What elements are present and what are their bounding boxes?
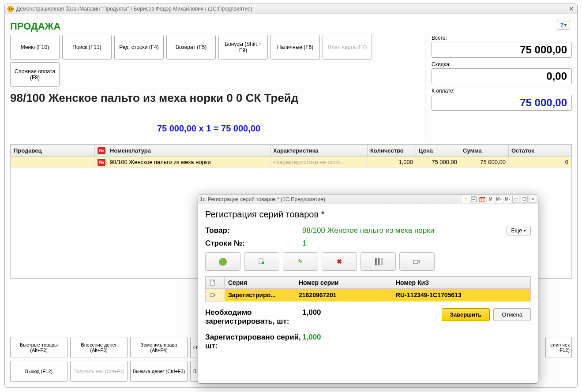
col-qty[interactable]: Количество [368, 145, 416, 157]
topay-label: К оплате: [432, 88, 572, 94]
series-table: Серия Номер серии Номер КиЗ Зарегистриро… [205, 276, 531, 302]
series-row-icon [206, 289, 225, 302]
barcode-button[interactable]: ║║║ [360, 252, 396, 271]
minimize-icon[interactable]: ▭ [512, 196, 519, 203]
cell-price: 75 000,00 [416, 157, 460, 168]
svg-rect-4 [474, 199, 475, 200]
get-weight-button[interactable]: Получить вес (Ctrl+F2) [70, 361, 128, 382]
maximize-icon[interactable]: ❐ [521, 196, 528, 203]
lines-value: 1 [302, 239, 306, 248]
calc-line: 75 000,00 x 1 = 75 000,00 [10, 123, 407, 134]
svg-rect-6 [480, 197, 485, 198]
series-col-serial[interactable]: Номер серии [295, 277, 392, 289]
cancel-button[interactable]: Отмена [493, 308, 531, 321]
bonus-button[interactable]: Бонусы (Shift + F9) [218, 35, 268, 60]
complex-pay-button[interactable]: Сложная оплата (F8) [10, 62, 60, 87]
svg-rect-11 [413, 260, 418, 264]
return-button[interactable]: Возврат (F5) [166, 35, 216, 60]
delete-icon: ✖ [337, 258, 342, 265]
page-title: ПРОДАЖА ?▾ [10, 21, 572, 32]
calendar-icon[interactable]: 31 [479, 196, 486, 203]
memory-m-button[interactable]: M [487, 196, 494, 203]
card-button[interactable]: Плат. карта (F7) [323, 35, 372, 60]
col-sum[interactable]: Сумма [460, 145, 509, 157]
favorite-icon[interactable]: ☆ [462, 196, 469, 203]
more-button[interactable]: Еще ▾ [507, 226, 531, 235]
svg-text:31: 31 [481, 199, 484, 202]
close-icon[interactable]: ✕ [568, 6, 574, 12]
cell-sum: 75 000,00 [460, 157, 509, 168]
quick-goods-button[interactable]: Быстрые товары (Alt+F2) [10, 337, 68, 358]
copy-button[interactable]: + [244, 252, 279, 271]
page-title-text: ПРОДАЖА [10, 21, 60, 32]
memory-mminus-button[interactable]: M- [504, 196, 511, 203]
edit-line-button[interactable]: Ред. строки (F4) [114, 35, 164, 60]
product-label: Товар: [205, 226, 302, 235]
cell-num: № [95, 157, 107, 168]
complete-button[interactable]: Завершить [442, 308, 490, 321]
dialog-heading: Регистрация серий товаров * [205, 209, 531, 220]
add-button[interactable]: 🟢 [205, 252, 240, 271]
bottom-toolbar: Быстрые товары (Alt+F2) Внесение денег (… [10, 337, 217, 382]
dialog-titlebar: 1c Регистрация серий товаров * (1С:Предп… [198, 194, 538, 204]
deposit-button[interactable]: Внесение денег (Alt+F3) [70, 337, 128, 358]
series-col-series[interactable]: Серия [225, 277, 295, 289]
cell-char: <характеристики не испо... [270, 157, 368, 168]
delete-button[interactable]: ✖ [322, 252, 357, 271]
calculator-icon[interactable] [470, 196, 477, 203]
menu-button[interactable]: Меню (F10) [10, 35, 60, 60]
rfid-button[interactable] [399, 252, 435, 271]
series-col-kiz[interactable]: Номер КиЗ [392, 277, 530, 289]
registered-label: Зарегистрировано серий, шт: [205, 333, 302, 351]
col-num[interactable]: № [95, 145, 107, 157]
cell-seller [11, 157, 95, 168]
total-label: Всего: [432, 35, 572, 41]
series-col-icon[interactable] [206, 277, 225, 289]
cell-name: 98/100 Женское пальто из меха норки [107, 157, 270, 168]
discount-value: 0,00 [432, 68, 572, 84]
dialog-close-icon[interactable]: ✕ [529, 196, 536, 203]
cash-button[interactable]: Наличные (F6) [270, 35, 320, 60]
series-cell-serial: 21620967201 [295, 289, 392, 302]
cell-stock: 0 [509, 157, 571, 168]
slip-check-button[interactable]: слип чек -F12) [545, 337, 572, 358]
grid-header-row: Продавец № Номенклатура Характеристика К… [11, 145, 571, 157]
document-icon [210, 280, 216, 286]
dialog-title-text: Регистрация серий товаров * (1С:Предприя… [208, 196, 462, 202]
col-price[interactable]: Цена [416, 145, 460, 157]
col-stock[interactable]: Остаток [509, 145, 571, 157]
window-title: Демонстрационная база /Магазин "Продукты… [16, 6, 568, 12]
app-icon: 1c [8, 6, 14, 12]
series-row[interactable]: Зарегистриро... 21620967201 RU-112349-1C… [206, 289, 530, 302]
rfid-icon [413, 258, 421, 265]
col-name[interactable]: Номенклатура [107, 145, 270, 157]
svg-rect-3 [473, 199, 474, 200]
col-char[interactable]: Характеристика [270, 145, 368, 157]
col-seller[interactable]: Продавец [11, 145, 95, 157]
svg-rect-1 [472, 197, 476, 198]
totals-panel: Всего: 75 000,00 Скидка: 0,00 К оплате: … [432, 35, 572, 111]
search-button[interactable]: Поиск (F11) [62, 35, 112, 60]
product-line: 98/100 Женское пальто из меха норки 0 0 … [10, 91, 421, 105]
pencil-icon: ✎ [298, 258, 303, 265]
withdraw-button[interactable]: Выемка денег (Ctrl+F3) [130, 361, 188, 382]
edit-button[interactable]: ✎ [283, 252, 318, 271]
series-cell-series: Зарегистриро... [225, 289, 295, 302]
discount-label: Скидка: [432, 61, 572, 67]
memory-mplus-button[interactable]: M+ [496, 196, 503, 203]
series-header-row: Серия Номер серии Номер КиЗ [206, 277, 530, 289]
window-titlebar: 1c Демонстрационная база /Магазин "Проду… [5, 4, 577, 14]
series-registration-dialog: 1c Регистрация серий товаров * (1С:Предп… [198, 194, 538, 384]
dialog-app-icon: 1c [200, 196, 206, 202]
chevron-down-icon: ▾ [524, 228, 526, 233]
replace-rights-button[interactable]: Заменить права (Alt+F4) [130, 337, 188, 358]
help-icon: ? [560, 22, 564, 28]
total-value: 75 000,00 [432, 42, 572, 58]
product-value: 98/100 Женское пальто из меха норки [302, 226, 434, 235]
exit-button[interactable]: Выход (F12) [10, 361, 68, 382]
copy-icon: + [258, 258, 265, 265]
registered-value: 1,000 [302, 333, 321, 342]
help-button[interactable]: ?▾ [557, 20, 570, 30]
table-row[interactable]: № 98/100 Женское пальто из меха норки <х… [11, 157, 571, 168]
top-row: Меню (F10) Поиск (F11) Ред. строки (F4) … [10, 35, 572, 140]
